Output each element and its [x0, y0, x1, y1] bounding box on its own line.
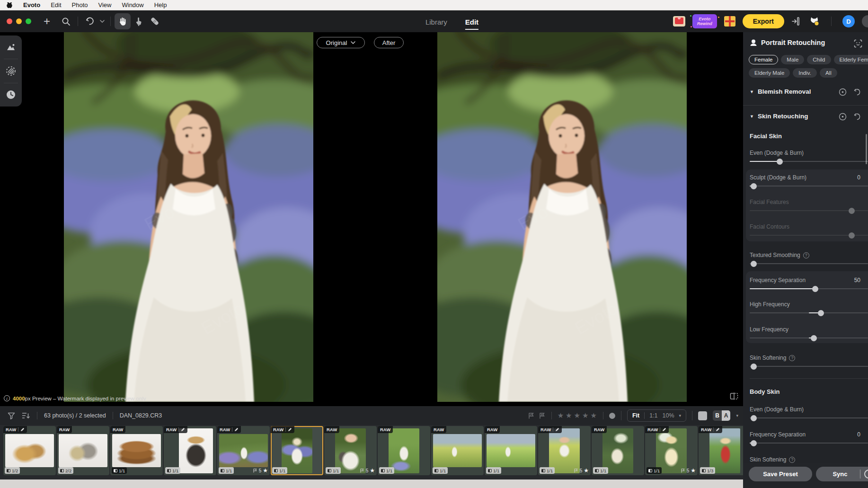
star-icon[interactable]: ★ — [558, 411, 564, 420]
slider-thumb[interactable] — [812, 286, 818, 292]
star-rating-control[interactable]: ★ ★ ★ ★ ★ — [558, 411, 597, 420]
background-color-swatch[interactable] — [698, 411, 707, 420]
slider-body-frequency-separation[interactable]: Frequency Separation 0 — [750, 431, 868, 450]
zoom-fit-button[interactable]: Fit — [632, 412, 639, 419]
apple-menu[interactable] — [7, 1, 13, 9]
after-photo-view[interactable] — [437, 32, 687, 402]
gift-icon[interactable] — [724, 16, 735, 27]
slider-facial-contours[interactable]: Facial Contours — [750, 223, 868, 242]
filter-button[interactable] — [8, 412, 15, 419]
slider-thumb[interactable] — [751, 364, 757, 370]
search-button[interactable] — [58, 13, 74, 29]
rewards-envelope-icon[interactable] — [673, 16, 685, 27]
chip-elderly-female[interactable]: Elderly Female — [834, 55, 868, 64]
chevron-down-icon[interactable]: ▾ — [736, 413, 738, 418]
slider-thumb[interactable] — [811, 335, 817, 341]
sync-button[interactable]: Sync — [816, 467, 868, 481]
color-label-dot[interactable] — [609, 413, 615, 419]
reset-icon[interactable] — [853, 88, 861, 96]
slider-even-dodge-burn[interactable]: Even (Dodge & Burn) — [750, 150, 868, 169]
menubar-item-photo[interactable]: Photo — [72, 1, 88, 9]
filmstrip-thumbnail[interactable]: RAW 1/1 — [378, 426, 430, 475]
star-icon[interactable]: ★ — [582, 411, 589, 420]
preview-toggle-icon[interactable] — [839, 113, 847, 121]
slider-thumb[interactable] — [777, 159, 783, 165]
slider-track[interactable] — [750, 443, 868, 444]
zoom-window-button[interactable] — [26, 18, 31, 24]
filmstrip-thumbnail-selected[interactable]: RAW 1/1 — [271, 426, 323, 475]
filmstrip-thumbnail[interactable]: RAW 1/1 — [485, 426, 537, 475]
credits-cat-icon[interactable] — [809, 16, 820, 27]
flag-reject-icon[interactable] — [539, 412, 546, 419]
after-view-button[interactable]: After — [374, 37, 404, 48]
add-photos-button[interactable]: + — [39, 13, 55, 29]
slider-thumb[interactable] — [751, 440, 757, 446]
slider-thumb[interactable] — [818, 310, 824, 316]
slider-thumb[interactable] — [751, 261, 757, 267]
undo-history-dropdown[interactable] — [98, 13, 106, 29]
mask-tool-button[interactable] — [0, 59, 22, 82]
skin-retouching-section-header[interactable]: ▼ Skin Retouching — [750, 113, 868, 120]
slider-track[interactable] — [750, 366, 868, 367]
original-view-dropdown[interactable]: Original — [317, 37, 365, 48]
tab-library[interactable]: Library — [425, 17, 447, 26]
filmstrip-thumbnail[interactable]: RAW 2/2 — [57, 426, 109, 475]
slider-thumb[interactable] — [751, 415, 757, 421]
menubar-item-help[interactable]: Help — [154, 1, 167, 9]
before-after-toggle[interactable]: B A — [713, 410, 730, 421]
slider-track[interactable] — [750, 161, 868, 162]
filmstrip-thumbnail[interactable]: RAW 1/1 — [110, 426, 163, 475]
help-icon[interactable]: ? — [803, 252, 809, 258]
star-icon[interactable]: ★ — [590, 411, 597, 420]
reset-icon[interactable] — [853, 113, 861, 121]
filmstrip-thumbnail[interactable]: RAW 1/1 5★ — [217, 426, 270, 475]
slider-body-even-dodge-burn[interactable]: Even (Dodge & Burn) — [750, 406, 868, 425]
flag-pick-icon[interactable] — [528, 412, 535, 419]
history-tool-button[interactable] — [0, 83, 22, 106]
filmstrip-thumbnail[interactable]: RAW 1/1 5★ — [645, 426, 698, 475]
slider-track[interactable] — [750, 186, 868, 186]
menubar-item-evoto[interactable]: Evoto — [23, 1, 40, 9]
slider-track[interactable] — [750, 288, 868, 289]
save-preset-button[interactable]: Save Preset — [749, 467, 812, 481]
export-button[interactable]: Export — [743, 14, 784, 28]
slider-thumb[interactable] — [751, 183, 757, 189]
hand-tool-button[interactable] — [115, 13, 131, 29]
slider-low-frequency[interactable]: Low Frequency — [750, 326, 868, 345]
export-queue-icon[interactable] — [791, 17, 802, 26]
star-icon[interactable]: ★ — [574, 411, 581, 420]
chip-all[interactable]: All — [820, 68, 837, 78]
chip-indiv[interactable]: Indiv. — [793, 68, 817, 78]
menubar-item-window[interactable]: Window — [122, 1, 143, 9]
slider-track[interactable] — [750, 263, 868, 264]
chip-elderly-male[interactable]: Elderly Male — [749, 68, 790, 78]
slider-sculpt-dodge-burn[interactable]: Sculpt (Dodge & Burn) 0 — [750, 174, 868, 193]
preview-toggle-icon[interactable] — [839, 88, 847, 96]
filmstrip-thumbnail[interactable]: RAW 1/3 — [699, 426, 743, 475]
filmstrip-thumbnail[interactable]: RAW 1/1 — [164, 426, 216, 475]
panel-scrollbar[interactable] — [866, 134, 867, 164]
filmstrip-thumbnail[interactable]: RAW 1/1 — [431, 426, 484, 475]
slider-high-frequency[interactable]: High Frequency — [750, 301, 868, 320]
help-icon[interactable]: ? — [789, 457, 795, 463]
secondary-avatar-cut[interactable] — [862, 15, 868, 27]
slider-facial-features[interactable]: Facial Features — [750, 199, 868, 218]
face-detect-icon[interactable] — [854, 39, 862, 48]
slider-frequency-separation[interactable]: Frequency Separation 50 — [750, 277, 868, 296]
chip-child[interactable]: Child — [807, 55, 831, 64]
adjustments-tool-button[interactable] — [0, 35, 22, 59]
menubar-item-edit[interactable]: Edit — [51, 1, 61, 9]
zoom-percent-value[interactable]: 10% — [663, 412, 674, 419]
split-view-toggle[interactable] — [729, 392, 739, 400]
original-photo-view[interactable] — [64, 32, 313, 402]
slider-track[interactable] — [750, 417, 868, 418]
slider-skin-softening[interactable]: Skin Softening? — [750, 355, 868, 373]
star-icon[interactable]: ★ — [566, 411, 572, 420]
touch-retouch-tool-button[interactable] — [131, 13, 147, 29]
close-window-button[interactable] — [7, 18, 12, 24]
help-icon[interactable]: ? — [789, 355, 795, 361]
chevron-down-icon[interactable]: ▾ — [679, 413, 682, 418]
filmstrip-thumbnail[interactable]: RAW 1/1 — [592, 426, 644, 475]
sort-button[interactable] — [22, 412, 30, 419]
slider-track[interactable] — [750, 312, 868, 313]
